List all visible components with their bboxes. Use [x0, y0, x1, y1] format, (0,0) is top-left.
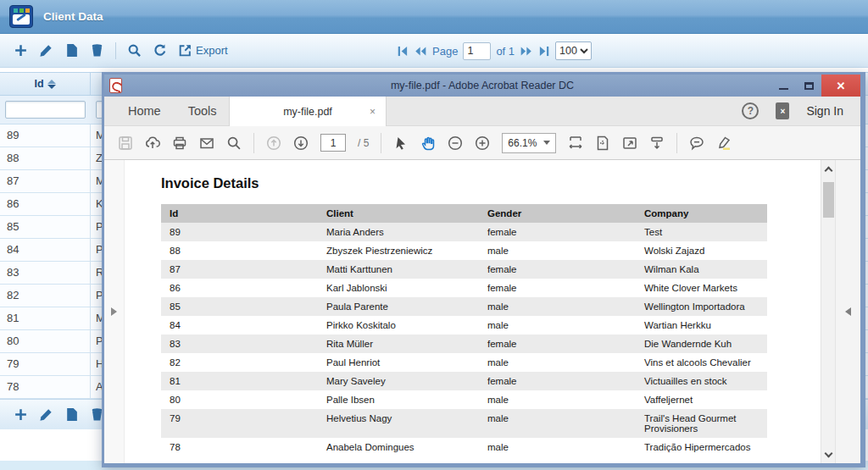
fullscreen-button[interactable] — [622, 135, 637, 151]
table-row: 89Maria AndersfemaleTest — [161, 223, 767, 241]
tab-tools[interactable]: Tools — [188, 104, 217, 118]
document-icon — [64, 407, 79, 422]
cell-id: 86 — [0, 193, 91, 215]
cell-id: 81 — [0, 307, 91, 329]
cell-id: 85 — [0, 216, 91, 238]
add-record-button-footer[interactable] — [14, 407, 28, 422]
scrollbar-thumb[interactable] — [823, 182, 834, 218]
fullscreen-icon — [622, 135, 637, 151]
invoice-table: Id Client Gender Company 89Maria Andersf… — [161, 204, 767, 456]
cell-id: 88 — [0, 147, 91, 169]
tools-pane-toggle[interactable] — [835, 160, 860, 463]
pencil-icon — [39, 407, 53, 422]
first-page-button[interactable] — [397, 46, 409, 57]
fit-width-button[interactable] — [568, 135, 583, 151]
table-row: 85Paula ParentemaleWellington Importador… — [161, 297, 767, 316]
cell-id: 79 — [0, 353, 91, 375]
zoom-out-button[interactable] — [448, 135, 463, 151]
comment-button[interactable] — [689, 135, 704, 151]
maximize-button[interactable] — [796, 75, 821, 97]
toolbar-separator — [253, 133, 254, 153]
help-button[interactable]: ? — [742, 102, 759, 119]
delete-record-button[interactable] — [90, 43, 104, 58]
highlight-button[interactable] — [716, 135, 732, 151]
chevron-up-icon — [824, 166, 832, 174]
cell-id: 83 — [0, 262, 91, 284]
acrobat-content-area: Invoice Details Id Client Gender Company… — [104, 160, 860, 463]
close-icon: ✕ — [837, 80, 846, 92]
toolbar-separator — [381, 133, 381, 153]
page-size-select[interactable]: 100 — [555, 41, 592, 60]
find-button[interactable] — [226, 135, 242, 151]
col-client: Client — [318, 204, 479, 223]
fit-width-icon — [568, 135, 583, 151]
page-label: Page — [432, 45, 458, 58]
search-button[interactable] — [127, 43, 142, 58]
table-row: 83Rita MüllerfemaleDie Wandernde Kuh — [161, 335, 767, 353]
id-filter-input[interactable] — [5, 101, 86, 119]
refresh-icon — [153, 43, 167, 58]
edit-record-button-footer[interactable] — [39, 407, 53, 422]
print-button[interactable] — [172, 135, 187, 151]
arrow-down-circle-icon — [293, 135, 309, 151]
page-number-input[interactable] — [463, 42, 491, 60]
pagination-bar: Page of 1 100 — [397, 34, 592, 68]
mobile-app-button[interactable]: × — [776, 102, 789, 119]
chevron-down-icon — [543, 141, 550, 145]
tab-home[interactable]: Home — [128, 104, 161, 118]
page-count-label: / 5 — [358, 137, 369, 149]
export-icon — [178, 43, 192, 58]
printer-icon — [172, 135, 187, 151]
scroll-up-button[interactable] — [821, 162, 835, 175]
save-button[interactable] — [118, 135, 133, 151]
previous-page-button[interactable] — [415, 46, 427, 57]
invoice-table-header: Id Client Gender Company — [161, 204, 767, 223]
envelope-icon — [199, 135, 214, 151]
hand-tool-button[interactable] — [420, 135, 436, 151]
table-row: 80Palle IbsenmaleVaffeljernet — [161, 390, 767, 409]
sort-icon[interactable] — [47, 80, 56, 89]
refresh-button[interactable] — [153, 43, 167, 58]
edit-record-button[interactable] — [39, 43, 53, 58]
close-window-button[interactable]: ✕ — [821, 75, 860, 97]
trash-icon — [90, 43, 104, 58]
next-page-button[interactable] — [293, 135, 309, 151]
zoom-in-button[interactable] — [475, 135, 490, 151]
chevron-down-icon — [824, 449, 832, 457]
cell-id: 87 — [0, 170, 91, 192]
grid-header-id[interactable]: Id — [0, 73, 91, 95]
cell-id: 80 — [0, 330, 91, 352]
vertical-scrollbar[interactable] — [821, 160, 835, 463]
export-button[interactable]: Export — [178, 43, 228, 58]
col-gender: Gender — [479, 204, 636, 223]
cell-id: 89 — [0, 124, 91, 147]
table-row: 87Matti KarttunenfemaleWilman Kala — [161, 260, 767, 279]
previous-page-button[interactable] — [266, 135, 281, 151]
select-tool-button[interactable] — [393, 135, 409, 151]
id-column-label: Id — [34, 78, 43, 90]
minus-circle-icon — [448, 135, 463, 151]
search-icon — [226, 135, 242, 151]
next-page-button[interactable] — [520, 46, 532, 57]
minimize-button[interactable] — [771, 75, 796, 97]
current-page-input[interactable] — [320, 134, 346, 152]
close-tab-icon[interactable]: × — [370, 106, 376, 118]
acrobat-titlebar[interactable]: my-file.pdf - Adobe Acrobat Reader DC ✕ — [104, 75, 860, 97]
share-upload-button[interactable] — [145, 135, 160, 151]
add-record-button[interactable] — [14, 43, 28, 58]
navigation-pane-toggle[interactable] — [104, 160, 125, 463]
scroll-down-button[interactable] — [821, 448, 835, 462]
fit-page-button[interactable] — [595, 135, 610, 151]
dock-toolbar-button[interactable] — [649, 135, 665, 151]
sign-in-button[interactable]: Sign In — [806, 104, 843, 118]
email-button[interactable] — [199, 135, 214, 151]
last-page-button[interactable] — [537, 46, 550, 57]
minimize-icon — [779, 88, 788, 90]
tab-document[interactable]: my-file.pdf × — [229, 97, 387, 126]
new-document-button[interactable] — [64, 43, 79, 58]
highlighter-icon — [716, 135, 732, 151]
plus-circle-icon — [475, 135, 490, 151]
zoom-level-select[interactable]: 66.1% — [502, 133, 556, 153]
table-row: 79Helvetius NagymaleTrail's Head Gourmet… — [161, 409, 767, 438]
new-document-button-footer[interactable] — [64, 407, 79, 422]
